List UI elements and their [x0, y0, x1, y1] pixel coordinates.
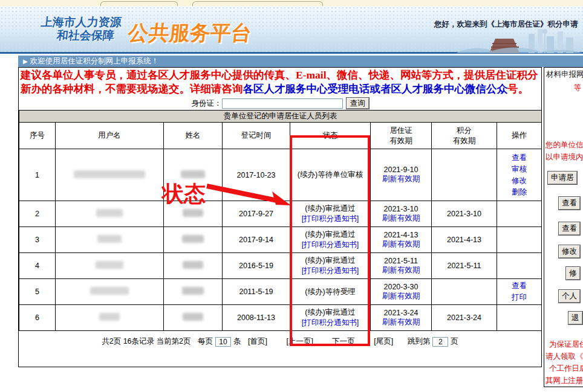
refresh-validity-link[interactable]: 刷新有效期 [382, 213, 420, 223]
redacted-name [183, 209, 203, 217]
cell-actions: 查看 打印 [497, 279, 542, 305]
applicant-table: 贵单位登记的申请居住证人员列表 序号 用户名 姓名 登记时间 状态 居住证 有效… [19, 110, 542, 331]
cell-username [56, 149, 164, 201]
table-row: 1 2017-10-23 (续办)等待单位审核 2021-9-10 刷新有效期 … [19, 149, 542, 201]
announcement-tail: 号。 [507, 83, 529, 95]
cell-actions [497, 253, 542, 279]
triangle-bullet-icon: ▶ [23, 56, 28, 67]
browser-tab[interactable] [192, 1, 323, 6]
logout-button[interactable]: 退 [568, 312, 582, 324]
logo-line1: 上海市人力资源 [41, 16, 122, 29]
sidebar-title-line2: 等 [544, 80, 583, 94]
redacted-username [96, 209, 123, 217]
permit-date: 2021-9-10 [372, 165, 430, 174]
pagination-summary: 共2页 16条记录 当前第2页 [102, 337, 191, 345]
redacted-username [97, 235, 122, 243]
cell-name [164, 149, 223, 201]
print-notice-link[interactable]: [打印积分通知书] [302, 214, 359, 224]
permit-date: 2021-4-13 [372, 231, 430, 239]
cell-seq: 6 [19, 305, 56, 331]
cell-actions: 查看 审核 修改 删除 [497, 149, 542, 201]
cell-status: (续办)审批通过 [打印积分通知书] [290, 227, 371, 253]
col-permit-validity: 居住证 有效期 [371, 123, 432, 149]
jump-label: 跳到第 [408, 337, 431, 345]
cell-points: 2021-3-10 [432, 201, 497, 227]
cell-permit: 2021-9-10 刷新有效期 [371, 149, 432, 201]
view-button[interactable]: 查看 [559, 197, 580, 210]
permit-date: 2021-3-10 [372, 205, 430, 213]
right-sidebar: 材料申报网 等 您的单位信 以申请境内人 申请居 查看 查看 修改 修 个人 退… [544, 67, 583, 387]
refresh-validity-link[interactable]: 刷新有效期 [382, 265, 420, 275]
cell-status: (续办)审批通过 [打印积分通知书] [290, 253, 371, 279]
refresh-validity-link[interactable]: 刷新有效期 [382, 174, 420, 184]
col-status: 状态 [290, 123, 371, 149]
query-button[interactable]: 查询 [347, 98, 369, 109]
col-points-validity: 积分 有效期 [432, 123, 497, 149]
cell-permit: 2020-3-30 刷新有效期 [371, 279, 432, 305]
status-text: (续办)审批通过 [292, 204, 369, 214]
table-header-row: 序号 用户名 姓名 登记时间 状态 居住证 有效期 积分 有效期 操作 [19, 123, 542, 149]
status-text: (续办)审批通过 [292, 230, 369, 240]
sidebar-footer-line: 其网上注册 [544, 374, 583, 387]
action-view-link[interactable]: 查看 [498, 280, 540, 292]
redacted-name [183, 261, 203, 269]
cell-points: 2021-3-24 [432, 305, 497, 331]
cell-status: (续办)等待单位审核 [290, 149, 371, 201]
cell-time: 2017-9-14 [223, 227, 290, 253]
sidebar-note-line: 以申请境内人 [544, 151, 583, 163]
jump-unit: 页 [451, 337, 458, 345]
personal-button[interactable]: 个人 [559, 290, 580, 303]
col-time: 登记时间 [223, 123, 290, 149]
cell-username [56, 253, 164, 279]
action-audit-link[interactable]: 审核 [498, 164, 540, 175]
refresh-validity-link[interactable]: 刷新有效期 [382, 239, 420, 249]
print-notice-link[interactable]: [打印积分通知书] [302, 318, 359, 328]
apply-permit-button[interactable]: 申请居 [548, 172, 577, 184]
table-title: 贵单位登记的申请居住证人员列表 [19, 111, 542, 123]
redacted-username [96, 261, 123, 269]
action-print-link[interactable]: 打印 [498, 292, 540, 303]
id-number-input[interactable] [222, 98, 343, 109]
cell-points [432, 149, 497, 201]
status-text: (续办)审批通过 [292, 255, 369, 266]
last-page-link[interactable]: [尾页] [374, 337, 393, 345]
action-delete-link[interactable]: 删除 [498, 187, 540, 198]
prev-page-link[interactable]: [上一页] [286, 337, 313, 345]
announcement-link[interactable]: 各区人才服务中心受理电话或者区人才服务中心微信公众 [243, 83, 508, 95]
refresh-validity-link[interactable]: 刷新有效期 [382, 291, 420, 301]
refresh-validity-link[interactable]: 刷新有效期 [382, 317, 420, 327]
cell-name [164, 279, 223, 305]
sidebar-note-line: 您的单位信 [544, 139, 583, 151]
redacted-username [90, 287, 129, 295]
sidebar-footer-note: 为保证居住 请人领取《 个工作日后 其网上注册 [544, 338, 583, 387]
cell-status: (续办)审批通过 [打印积分通知书] [290, 201, 371, 227]
page: 上海市人力资源 和社会保障 公共服务平台 您好，欢迎来到《上海市居住证》积分申请… [0, 0, 583, 392]
cell-time: 2008-11-13 [223, 305, 290, 331]
per-page-label: 每页 [198, 337, 213, 345]
print-notice-link[interactable]: [打印积分通知书] [302, 240, 359, 250]
announcement: 建议各单位人事专员，通过各区人才服务中心提供的传真、E-mail、微信、快递、网… [19, 68, 541, 97]
first-page-link[interactable]: [首页] [248, 337, 267, 345]
per-page-input[interactable] [215, 337, 231, 347]
edit-button[interactable]: 修改 [559, 245, 580, 258]
site-banner: 上海市人力资源 和社会保障 公共服务平台 您好，欢迎来到《上海市居住证》积分申请 [0, 6, 583, 54]
cell-seq: 4 [19, 253, 56, 279]
table-row: 4 2016-5-19 (续办)审批通过 [打印积分通知书] 2021-5-11… [19, 253, 542, 279]
cell-permit: 2021-3-24 刷新有效期 [371, 305, 432, 331]
cell-seq: 5 [19, 279, 56, 305]
edit-button[interactable]: 修 [566, 267, 580, 280]
redacted-name [183, 313, 203, 321]
action-view-link[interactable]: 查看 [498, 152, 540, 164]
cell-points [432, 279, 497, 305]
cell-time: 2017-10-23 [223, 149, 290, 201]
cell-permit: 2021-4-13 刷新有效期 [371, 227, 432, 253]
redacted-name [182, 287, 204, 295]
view-button[interactable]: 查看 [559, 222, 580, 235]
cell-seq: 2 [19, 201, 56, 227]
table-title-row: 贵单位登记的申请居住证人员列表 [19, 111, 542, 123]
jump-page-input[interactable] [432, 337, 448, 347]
print-notice-link[interactable]: [打印积分通知书] [302, 266, 359, 276]
table-row: 5 2011-5-19 (续办)等待受理 2020-3-30 刷新有效期 查看 … [19, 279, 542, 305]
action-edit-link[interactable]: 修改 [498, 175, 540, 187]
browser-tab[interactable] [100, 1, 178, 6]
